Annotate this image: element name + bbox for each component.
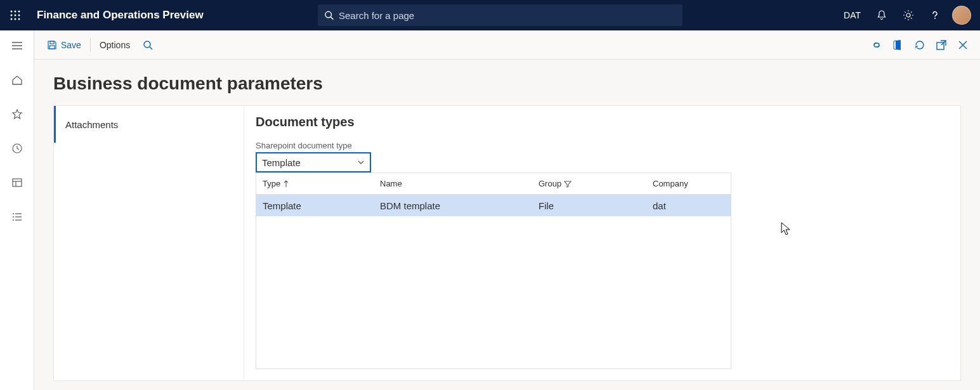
table-empty-area xyxy=(256,216,731,368)
attachments-tool-button[interactable] xyxy=(866,35,887,55)
form-card: Attachments Document types Sharepoint do… xyxy=(53,105,961,381)
svg-rect-27 xyxy=(49,46,55,49)
left-nav-rail xyxy=(0,30,34,390)
svg-point-0 xyxy=(11,11,13,13)
svg-point-21 xyxy=(13,216,14,218)
section-title: Document types xyxy=(256,115,949,129)
svg-point-8 xyxy=(18,18,20,20)
svg-point-9 xyxy=(325,11,332,18)
tab-attachments[interactable]: Attachments xyxy=(54,106,244,143)
rail-workspaces-button[interactable] xyxy=(4,172,30,193)
rail-home-button[interactable] xyxy=(4,70,30,90)
svg-rect-26 xyxy=(50,41,54,44)
hamburger-icon xyxy=(11,41,23,50)
global-search[interactable] xyxy=(318,4,683,26)
col-header-group[interactable]: Group xyxy=(532,179,646,188)
rail-menu-button[interactable] xyxy=(4,36,30,56)
settings-button[interactable] xyxy=(895,0,922,30)
rail-recents-button[interactable] xyxy=(4,138,30,159)
svg-point-28 xyxy=(144,41,150,48)
table-row[interactable]: Template BDM template File dat xyxy=(256,195,731,216)
refresh-button[interactable] xyxy=(909,35,931,55)
sort-asc-icon xyxy=(283,180,289,188)
list-icon xyxy=(11,211,23,223)
tab-panel: Document types Sharepoint document type … xyxy=(244,106,960,380)
popout-icon xyxy=(936,39,947,51)
star-icon xyxy=(11,108,23,120)
search-input[interactable] xyxy=(339,10,676,21)
svg-point-2 xyxy=(18,11,20,13)
search-icon xyxy=(324,10,334,20)
cell-company: dat xyxy=(646,200,731,211)
divider xyxy=(90,38,91,52)
cell-group: File xyxy=(532,200,646,211)
col-header-type[interactable]: Type xyxy=(256,179,374,188)
workspace-icon xyxy=(11,177,23,188)
rail-modules-button[interactable] xyxy=(4,207,30,227)
app-launcher-icon[interactable] xyxy=(0,0,30,30)
svg-point-11 xyxy=(906,13,910,17)
tab-label: Attachments xyxy=(65,119,118,130)
app-title: Finance and Operations Preview xyxy=(37,9,204,22)
options-label: Options xyxy=(100,40,130,50)
bell-icon xyxy=(876,10,887,21)
svg-line-29 xyxy=(150,47,152,49)
action-bar: Save Options xyxy=(34,30,980,60)
options-button[interactable]: Options xyxy=(93,35,136,55)
col-header-name[interactable]: Name xyxy=(374,179,532,188)
page-title: Business document parameters xyxy=(53,74,961,94)
office-button[interactable] xyxy=(887,35,909,55)
legal-entity-label[interactable]: DAT xyxy=(844,10,861,20)
search-icon xyxy=(143,40,153,50)
svg-point-1 xyxy=(15,11,16,13)
notifications-button[interactable] xyxy=(868,0,895,30)
svg-point-20 xyxy=(13,213,14,214)
question-icon xyxy=(929,10,941,21)
save-icon xyxy=(47,40,57,50)
table-header: Type Name Group Company xyxy=(256,173,731,195)
filter-icon xyxy=(564,180,572,188)
svg-point-3 xyxy=(11,15,13,16)
gear-icon xyxy=(903,10,914,21)
svg-point-7 xyxy=(15,18,16,20)
svg-point-22 xyxy=(13,219,14,221)
chevron-down-icon xyxy=(357,159,365,166)
col-header-company[interactable]: Company xyxy=(646,179,731,188)
tabs-column: Attachments xyxy=(54,106,244,380)
svg-point-6 xyxy=(11,18,13,20)
svg-point-4 xyxy=(15,15,16,16)
user-avatar[interactable] xyxy=(952,6,971,25)
page-search-button[interactable] xyxy=(136,35,159,55)
svg-point-5 xyxy=(18,15,20,16)
sharepoint-doctype-dropdown[interactable]: Template xyxy=(256,152,371,172)
svg-line-10 xyxy=(330,17,333,20)
close-button[interactable] xyxy=(952,35,974,55)
cell-type: Template xyxy=(256,200,374,211)
cell-name: BDM template xyxy=(374,200,532,211)
svg-point-12 xyxy=(934,18,936,19)
popout-button[interactable] xyxy=(931,35,952,55)
svg-rect-17 xyxy=(13,179,22,186)
save-label: Save xyxy=(61,40,81,50)
link-icon xyxy=(871,40,882,50)
clock-icon xyxy=(11,143,23,154)
refresh-icon xyxy=(914,39,925,51)
dropdown-value: Template xyxy=(262,157,301,168)
top-navbar: Finance and Operations Preview DAT xyxy=(0,0,980,30)
home-icon xyxy=(11,74,23,86)
save-button[interactable]: Save xyxy=(41,35,88,55)
dropdown-label: Sharepoint document type xyxy=(256,141,949,150)
help-button[interactable] xyxy=(922,0,948,30)
office-icon xyxy=(893,39,903,51)
document-types-table: Type Name Group Company xyxy=(256,172,731,369)
rail-favorites-button[interactable] xyxy=(4,104,30,124)
close-icon xyxy=(958,40,968,50)
